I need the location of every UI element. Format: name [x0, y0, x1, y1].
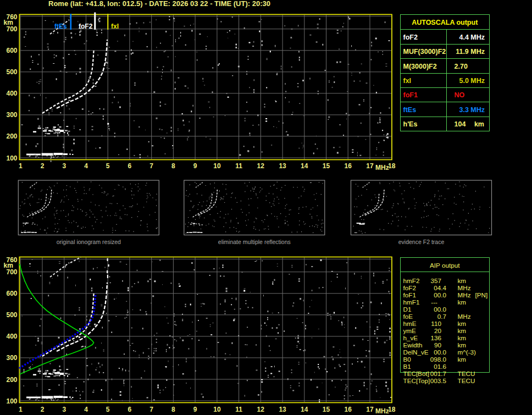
svg-text:100: 100	[6, 397, 17, 405]
svg-text:600: 600	[6, 290, 17, 297]
svg-text:500: 500	[6, 68, 17, 76]
svg-text:14: 14	[301, 406, 308, 413]
svg-text:9: 9	[193, 406, 197, 413]
svg-text:5: 5	[106, 406, 110, 413]
svg-text:500: 500	[6, 311, 17, 319]
svg-text:fxI: fxI	[111, 23, 119, 30]
svg-text:foF2: foF2	[79, 23, 93, 30]
svg-text:eliminate multiple reflections: eliminate multiple reflections	[218, 239, 291, 245]
svg-text:11: 11	[235, 162, 242, 170]
svg-text:400: 400	[6, 333, 17, 340]
svg-text:6: 6	[128, 162, 132, 170]
svg-text:8: 8	[171, 162, 175, 170]
svg-text:original ionogram resized: original ionogram resized	[57, 239, 121, 245]
svg-text:17: 17	[366, 162, 374, 170]
svg-text:11: 11	[235, 406, 242, 413]
svg-text:6: 6	[128, 406, 132, 413]
svg-text:km: km	[4, 19, 13, 26]
svg-text:5: 5	[106, 162, 110, 170]
svg-text:600: 600	[6, 47, 17, 54]
svg-text:18: 18	[388, 406, 396, 413]
svg-text:100: 100	[6, 154, 17, 162]
svg-text:3: 3	[62, 406, 66, 413]
svg-text:14: 14	[301, 162, 308, 170]
svg-text:400: 400	[6, 90, 17, 97]
svg-text:17: 17	[366, 406, 374, 413]
svg-text:10: 10	[213, 406, 221, 413]
svg-text:13: 13	[279, 162, 286, 170]
svg-text:7: 7	[149, 162, 153, 170]
svg-text:4: 4	[84, 406, 88, 413]
svg-text:2: 2	[41, 406, 45, 413]
svg-text:1: 1	[19, 162, 23, 170]
svg-text:1: 1	[19, 406, 23, 413]
svg-text:MHz: MHz	[375, 407, 389, 415]
svg-text:9: 9	[193, 162, 197, 170]
svg-text:8: 8	[171, 406, 175, 413]
svg-text:7: 7	[149, 406, 153, 413]
svg-text:18: 18	[388, 162, 396, 170]
svg-text:10: 10	[213, 162, 221, 170]
svg-text:16: 16	[345, 406, 352, 413]
svg-text:300: 300	[6, 111, 17, 119]
svg-text:km: km	[4, 262, 13, 269]
svg-text:700: 700	[6, 25, 17, 33]
svg-text:16: 16	[345, 162, 352, 170]
svg-text:3: 3	[62, 162, 66, 170]
svg-text:700: 700	[6, 268, 17, 276]
svg-text:15: 15	[323, 406, 330, 413]
svg-text:13: 13	[279, 406, 286, 413]
svg-text:12: 12	[257, 162, 265, 170]
svg-text:ftEs: ftEs	[54, 23, 67, 30]
svg-text:2: 2	[41, 162, 45, 170]
svg-text:MHz: MHz	[375, 164, 389, 171]
svg-text:200: 200	[6, 132, 17, 140]
svg-text:15: 15	[323, 162, 330, 170]
svg-text:200: 200	[6, 376, 17, 384]
svg-text:4: 4	[84, 162, 88, 170]
svg-text:12: 12	[257, 406, 265, 413]
svg-text:300: 300	[6, 354, 17, 362]
svg-text:evidence F2 trace: evidence F2 trace	[398, 239, 445, 245]
